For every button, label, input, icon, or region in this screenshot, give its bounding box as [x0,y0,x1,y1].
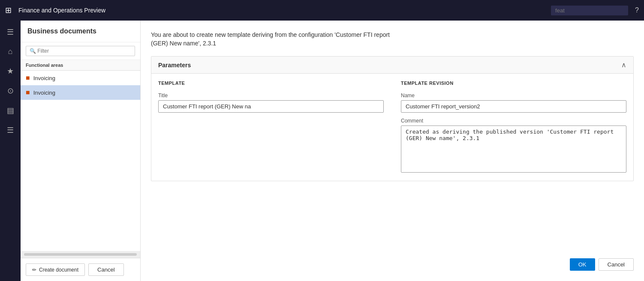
biz-docs-panel: Business documents Functional areas ■ In… [21,21,141,281]
comment-label: Comment [401,118,626,124]
biz-docs-filter-input[interactable] [26,46,135,56]
word-icon-1: ■ [26,74,30,82]
template-col-header: TEMPLATE [158,81,384,86]
dialog-cancel-button[interactable]: Cancel [599,258,634,271]
app-title: Finance and Operations Preview [18,7,544,14]
create-document-button[interactable]: ✏ Create document [26,263,85,276]
params-panel: You are about to create new template der… [141,21,644,281]
biz-docs-title: Business documents [21,21,140,42]
template-revision-col-header: TEMPLATE REVISION [401,81,626,86]
template-col: TEMPLATE Title [158,81,384,174]
biz-docs-footer: ✏ Create document Cancel [21,258,140,281]
create-document-label: Create document [39,267,78,273]
comment-textarea[interactable]: Created as deriving the published versio… [401,126,626,173]
biz-docs-item-invoicing-1[interactable]: ■ Invoicing [21,71,140,85]
biz-docs-cancel-button[interactable]: Cancel [88,263,123,276]
grid-icon[interactable]: ⊞ [5,6,12,15]
nav-modules-icon[interactable]: ☰ [0,122,21,138]
main-layout: ☰ ⌂ ★ ⊙ ▤ ☰ 📋 Business document manageme… [0,21,644,281]
comment-field-group: Comment Created as deriving the publishe… [401,118,626,174]
sidenav: ☰ ⌂ ★ ⊙ ▤ ☰ [0,21,21,281]
biz-docs-item-invoicing-2[interactable]: ■ Invoicing [21,85,140,100]
params-body: TEMPLATE Title TEMPLATE REVISION Name [151,74,633,181]
dialog-spacer [151,181,634,243]
name-input[interactable] [401,100,626,113]
title-field-group: Title [158,93,384,113]
name-field-group: Name [401,93,626,113]
dialog-title: You are about to create new template der… [151,31,408,48]
nav-home-icon[interactable]: ⌂ [0,44,21,60]
biz-docs-scroll-inner[interactable] [24,253,137,256]
nav-hamburger-icon[interactable]: ☰ [0,24,21,40]
pencil-icon: ✏ [32,267,36,273]
nav-recent-icon[interactable]: ⊙ [0,83,21,99]
biz-docs-item-label-2: Invoicing [33,90,55,96]
params-collapse-icon[interactable]: ∧ [621,61,626,69]
name-label: Name [401,93,626,99]
topbar: ⊞ Finance and Operations Preview ? [0,0,644,21]
template-revision-col: TEMPLATE REVISION Name Comment Created a… [401,81,626,174]
title-input[interactable] [158,100,384,113]
content-area: 📋 Business document management Functiona… [21,21,644,281]
params-footer: OK Cancel [151,251,634,271]
nav-workspaces-icon[interactable]: ▤ [0,102,21,119]
biz-docs-col-header: Functional areas [21,60,140,71]
biz-docs-item-label-1: Invoicing [33,75,55,81]
title-label: Title [158,93,384,99]
biz-docs-spacer [21,100,140,251]
params-section-title: Parameters [158,62,191,69]
biz-docs-filter-area [21,42,140,60]
help-icon[interactable]: ? [635,6,639,14]
params-section: Parameters ∧ TEMPLATE Title [151,56,634,181]
params-section-header: Parameters ∧ [151,57,633,74]
topbar-search[interactable] [551,6,628,15]
overlay: Business documents Functional areas ■ In… [21,21,644,281]
word-icon-2: ■ [26,89,30,96]
ok-button[interactable]: OK [570,258,595,271]
nav-favorites-icon[interactable]: ★ [0,63,21,79]
biz-docs-scroll[interactable] [21,251,140,258]
